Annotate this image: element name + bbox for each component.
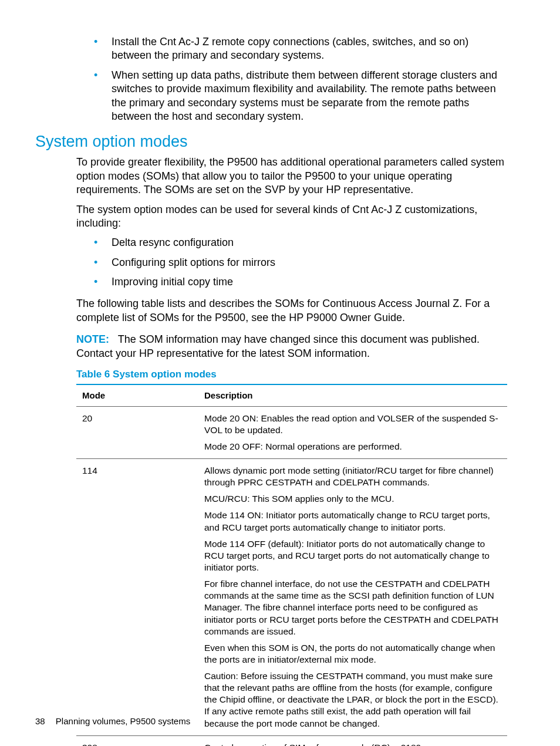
note-text: The SOM information may have changed sin… [76,333,480,359]
intro-bullet-list: Install the Cnt Ac-J Z remote copy conne… [35,35,507,123]
description-paragraph: Caution: Before issuing the CESTPATH com… [204,670,502,730]
table-caption: Table 6 System option modes [35,369,507,380]
note-label: NOTE: [76,333,109,345]
description-paragraph: MCU/RCU: This SOM applies only to the MC… [204,493,502,505]
description-paragraph: Mode 114 OFF (default): Initiator ports … [204,538,502,573]
table-row: 308Controls reporting of SIM reference c… [76,735,507,746]
section-heading: System option modes [35,133,507,151]
description-cell: Controls reporting of SIM reference code… [198,735,507,746]
description-cell: Allows dynamic port mode setting (initia… [198,458,507,735]
description-paragraph: Even when this SOM is ON, the ports do n… [204,642,502,666]
list-item: Install the Cnt Ac-J Z remote copy conne… [94,35,507,63]
table-row: 20Mode 20 ON: Enables the read option an… [76,406,507,458]
caution-label: Caution: [204,671,241,681]
body-paragraph: The system option modes can be used for … [35,203,507,231]
table-row: 114Allows dynamic port mode setting (ini… [76,458,507,735]
page-number: 38 [35,716,45,726]
body-paragraph: To provide greater flexibility, the P950… [35,156,507,197]
page-footer: 38 Planning volumes, P9500 systems [35,716,190,726]
list-item: Delta resync configuration [94,236,507,249]
description-paragraph: Controls reporting of SIM reference code… [204,742,502,746]
description-cell: Mode 20 ON: Enables the read option and … [198,406,507,458]
chapter-title: Planning volumes, P9500 systems [56,716,190,726]
mode-cell: 114 [76,458,198,735]
description-paragraph: Mode 20 ON: Enables the read option and … [204,413,502,436]
list-item: Improving initial copy time [94,275,507,289]
description-paragraph: Mode 20 OFF: Normal operations are perfo… [204,441,502,453]
system-option-modes-table: Mode Description 20Mode 20 ON: Enables t… [76,384,507,746]
note-block: NOTE: The SOM information may have chang… [35,333,507,360]
description-paragraph: For fibre channel interface, do not use … [204,578,502,637]
mode-cell: 20 [76,406,198,458]
table-header-description: Description [198,384,507,406]
description-paragraph: Mode 114 ON: Initiator ports automatical… [204,509,502,533]
config-bullet-list: Delta resync configuration Configuring s… [35,236,507,289]
list-item: Configuring split options for mirrors [94,256,507,269]
description-paragraph: Allows dynamic port mode setting (initia… [204,465,502,488]
table-header-mode: Mode [76,384,198,406]
list-item: When setting up data paths, distribute t… [94,69,507,124]
mode-cell: 308 [76,735,198,746]
body-paragraph: The following table lists and describes … [35,297,507,325]
